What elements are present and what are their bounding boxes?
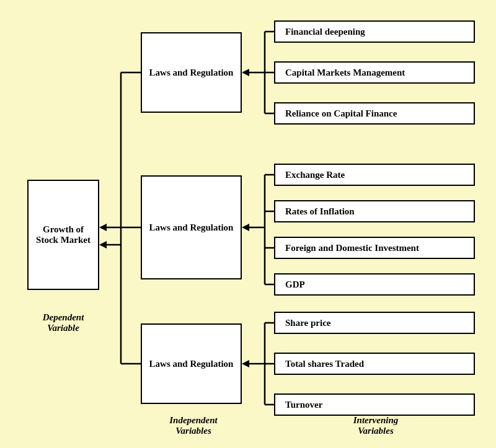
intervening-box-1-2: Capital Markets Management	[274, 61, 475, 84]
intervening-box-3-2: Total shares Traded	[274, 353, 475, 375]
independent-box-1: Laws and Regulation	[141, 32, 242, 113]
intervening-caption: Intervening Variables	[345, 415, 407, 436]
independent-box-3: Laws and Regulation	[141, 323, 242, 404]
intervening-box-3-3: Turnover	[274, 393, 475, 416]
intervening-box-1-1: Financial deepening	[274, 20, 475, 43]
independent-caption: Independent Variables	[162, 415, 224, 436]
dependent-caption: Dependent Variable	[36, 312, 91, 333]
intervening-box-2-3: Foreign and Domestic Investment	[274, 237, 475, 259]
intervening-box-2-4: GDP	[274, 273, 475, 296]
independent-box-2: Laws and Regulation	[141, 175, 242, 279]
dependent-variable-box: Growth of Stock Market	[27, 180, 99, 290]
intervening-box-3-1: Share price	[274, 312, 475, 334]
intervening-box-1-3: Reliance on Capital Finance	[274, 102, 475, 125]
intervening-box-2-2: Rates of Inflation	[274, 200, 475, 222]
intervening-box-2-1: Exchange Rate	[274, 164, 475, 186]
